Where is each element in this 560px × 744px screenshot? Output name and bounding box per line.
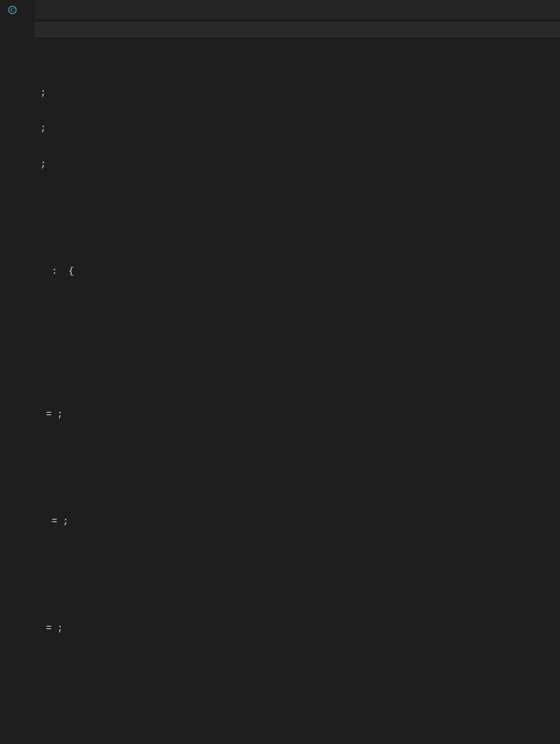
tab-myvariables[interactable]: C <box>0 0 35 20</box>
code-content[interactable]: ; ; ; : { = ; = ; = ; = ; = ; <box>35 22 560 744</box>
current-line-highlight <box>35 22 560 37</box>
codelens-references[interactable] <box>35 478 560 493</box>
line-number-gutter <box>0 22 35 744</box>
tab-bar: C <box>0 0 560 20</box>
svg-text:C: C <box>11 7 15 13</box>
codelens-references[interactable] <box>35 229 560 243</box>
csharp-file-icon: C <box>7 5 17 15</box>
editor-area[interactable]: ; ; ; : { = ; = ; = ; = ; = ; <box>0 20 560 744</box>
codelens-references[interactable] <box>35 371 560 386</box>
codelens-references[interactable] <box>35 585 560 600</box>
codelens-references[interactable] <box>35 728 560 743</box>
